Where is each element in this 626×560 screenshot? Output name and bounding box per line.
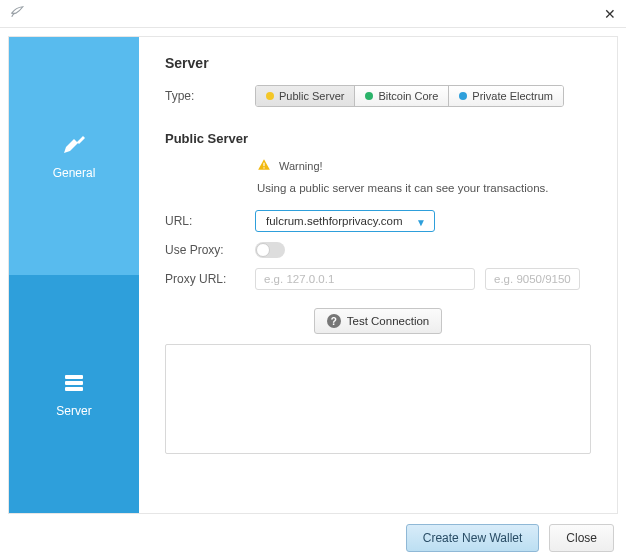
- close-icon[interactable]: ✕: [604, 6, 616, 22]
- use-proxy-label: Use Proxy:: [165, 243, 255, 257]
- question-icon: ?: [327, 314, 341, 328]
- chevron-down-icon: ▼: [416, 217, 426, 228]
- test-connection-button[interactable]: ? Test Connection: [314, 308, 442, 334]
- server-type-segmented: Public Server Bitcoin Core Private Elect…: [255, 85, 564, 107]
- server-type-private-electrum[interactable]: Private Electrum: [449, 86, 563, 106]
- main-panel: Server Type: Public Server Bitcoin Core …: [139, 37, 617, 513]
- public-server-heading: Public Server: [165, 131, 591, 146]
- svg-rect-0: [65, 375, 83, 379]
- server-type-label: Bitcoin Core: [378, 90, 438, 102]
- url-row: URL: fulcrum.sethforprivacy.com ▼: [165, 210, 591, 232]
- sidebar-item-label: General: [53, 166, 96, 180]
- toggle-knob: [256, 243, 270, 257]
- proxy-url-row: Proxy URL:: [165, 268, 591, 290]
- url-value: fulcrum.sethforprivacy.com: [266, 215, 403, 227]
- sidebar-item-general[interactable]: General: [9, 37, 139, 275]
- url-label: URL:: [165, 214, 255, 228]
- use-proxy-toggle[interactable]: [255, 242, 285, 258]
- server-icon: [62, 371, 86, 404]
- footer: Create New Wallet Close: [0, 516, 626, 560]
- titlebar: ✕: [0, 0, 626, 28]
- svg-rect-4: [263, 167, 264, 168]
- sidebar: General Server: [9, 37, 139, 513]
- warning-label: Warning!: [279, 160, 323, 172]
- sidebar-item-server[interactable]: Server: [9, 275, 139, 513]
- core-dot-icon: [365, 92, 373, 100]
- proxy-url-label: Proxy URL:: [165, 272, 255, 286]
- type-label: Type:: [165, 89, 255, 103]
- proxy-host-input[interactable]: [255, 268, 475, 290]
- server-type-row: Type: Public Server Bitcoin Core Private…: [165, 85, 591, 107]
- warning-line: Warning!: [257, 158, 591, 174]
- server-type-public[interactable]: Public Server: [256, 86, 355, 106]
- create-new-wallet-button[interactable]: Create New Wallet: [406, 524, 540, 552]
- public-dot-icon: [266, 92, 274, 100]
- proxy-port-input[interactable]: [485, 268, 580, 290]
- server-heading: Server: [165, 55, 591, 71]
- svg-rect-2: [65, 387, 83, 391]
- warning-icon: [257, 158, 271, 174]
- url-select[interactable]: fulcrum.sethforprivacy.com ▼: [255, 210, 435, 232]
- preferences-window: ✕ General Server Server Type:: [0, 0, 626, 560]
- server-type-bitcoin-core[interactable]: Bitcoin Core: [355, 86, 449, 106]
- connection-log-box: [165, 344, 591, 454]
- app-logo-icon: [10, 5, 24, 22]
- warning-message: Using a public server means it can see y…: [257, 182, 591, 194]
- sidebar-item-label: Server: [56, 404, 91, 418]
- svg-rect-3: [263, 163, 264, 167]
- tools-icon: [62, 133, 86, 166]
- test-connection-row: ? Test Connection: [165, 308, 591, 334]
- server-type-label: Public Server: [279, 90, 344, 102]
- test-connection-label: Test Connection: [347, 315, 429, 327]
- dialog-body: General Server Server Type: Public Serve…: [8, 36, 618, 514]
- server-type-label: Private Electrum: [472, 90, 553, 102]
- close-button[interactable]: Close: [549, 524, 614, 552]
- private-dot-icon: [459, 92, 467, 100]
- use-proxy-row: Use Proxy:: [165, 242, 591, 258]
- svg-rect-1: [65, 381, 83, 385]
